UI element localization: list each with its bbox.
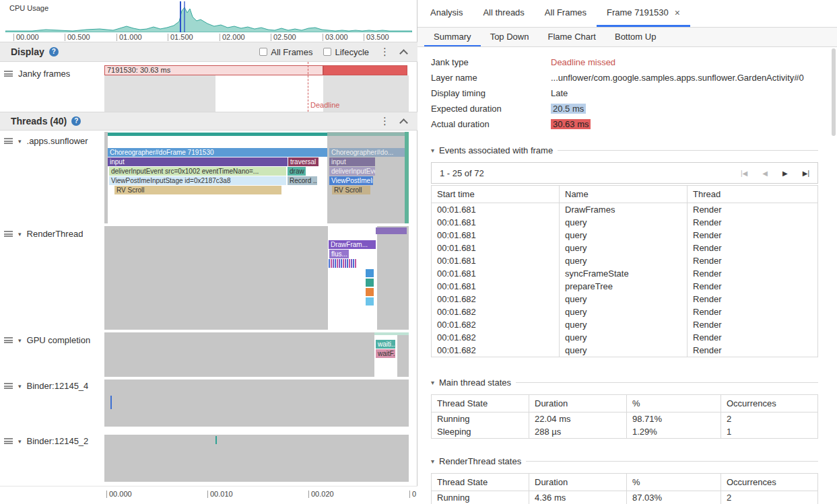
table-row[interactable]: 00:01.681queryRender xyxy=(432,216,818,229)
trace-event-dim-bar[interactable] xyxy=(376,227,407,234)
collapse-chevron-icon[interactable] xyxy=(399,49,408,58)
events-section-header[interactable]: ▾ Events associated with frame xyxy=(431,145,818,155)
last-page-icon[interactable]: ▶| xyxy=(803,170,809,177)
column-header[interactable]: Thread State xyxy=(432,474,529,491)
expand-arrow-icon[interactable]: ▾ xyxy=(18,337,22,344)
render-states-section-header[interactable]: ▾ RenderThread states xyxy=(431,456,818,466)
trace-micro-events[interactable] xyxy=(329,259,357,268)
trace-event-draw[interactable]: draw xyxy=(288,167,306,176)
table-row[interactable]: 00:01.682queryRender xyxy=(432,331,818,344)
column-header[interactable]: Start time xyxy=(432,186,560,203)
janky-frame-chip[interactable]: 7191530: 30.63 ms xyxy=(104,65,323,75)
trace-event-choreographer[interactable]: Choreographer#doFrame 7191530 xyxy=(108,148,327,157)
scrollbar-strip[interactable] xyxy=(405,132,409,223)
trace-event-square[interactable] xyxy=(366,297,374,305)
collapse-triangle-icon[interactable]: ▾ xyxy=(431,147,434,154)
trace-event-input-dim[interactable]: input xyxy=(329,157,375,166)
column-header[interactable]: % xyxy=(627,474,721,491)
tab-all-frames[interactable]: All Frames xyxy=(535,0,597,27)
collapse-chevron-icon[interactable] xyxy=(399,118,408,127)
subtab-bottom-up[interactable]: Bottom Up xyxy=(605,28,665,46)
thread-row-binder2[interactable]: ▾ Binder:12145_2 xyxy=(4,436,102,446)
drag-handle-icon[interactable] xyxy=(4,71,13,77)
trace-event-record[interactable]: Record ... xyxy=(288,176,317,185)
expand-arrow-icon[interactable]: ▾ xyxy=(18,231,22,238)
trace-event-rv-scroll[interactable]: RV Scroll xyxy=(114,186,281,194)
first-page-icon[interactable]: |◀ xyxy=(741,170,747,177)
drag-handle-icon[interactable] xyxy=(4,438,13,444)
selection-line[interactable] xyxy=(180,1,181,32)
prev-page-icon[interactable]: ◀ xyxy=(762,170,768,177)
tab-analysis[interactable]: Analysis xyxy=(420,0,473,27)
main-states-section-header[interactable]: ▾ Main thread states xyxy=(431,377,818,388)
trace-event-tick[interactable] xyxy=(215,436,217,444)
table-row[interactable]: Sleeping288 µs1.29%1 xyxy=(432,425,818,439)
checkbox-icon[interactable] xyxy=(259,48,267,56)
next-page-icon[interactable]: ▶ xyxy=(782,170,788,177)
subtab-summary[interactable]: Summary xyxy=(424,28,481,46)
collapse-triangle-icon[interactable]: ▾ xyxy=(431,379,434,386)
trace-event-traversal[interactable]: traversal xyxy=(288,157,319,166)
column-header[interactable]: % xyxy=(627,395,721,412)
column-header[interactable]: Thread xyxy=(688,186,818,203)
help-icon[interactable]: ? xyxy=(71,116,81,126)
trace-event-square[interactable] xyxy=(366,279,374,287)
trace-event-rv-scroll-dim[interactable]: RV Scroll xyxy=(332,186,370,194)
drag-handle-icon[interactable] xyxy=(4,138,13,144)
expand-arrow-icon[interactable]: ▾ xyxy=(18,138,22,145)
column-header[interactable]: Occurrences xyxy=(721,474,818,491)
selection-line[interactable] xyxy=(184,1,185,32)
table-row[interactable]: 00:01.681DrawFramesRender xyxy=(432,203,818,217)
trace-event-drawframes[interactable]: DrawFram... xyxy=(329,240,376,249)
trace-event-flush[interactable]: flus... xyxy=(329,250,349,258)
trace-event-input[interactable]: input xyxy=(108,157,288,166)
table-row[interactable]: Running4.36 ms87.03%2 xyxy=(432,491,818,504)
cpu-usage-chart[interactable] xyxy=(5,3,412,32)
panel-scrollbar[interactable] xyxy=(832,48,836,136)
lifecycle-checkbox[interactable]: Lifecycle xyxy=(323,47,369,57)
trace-event-waitfence[interactable]: waitF... xyxy=(376,349,395,358)
table-row[interactable]: 00:01.681syncFrameStateRender xyxy=(432,267,818,280)
table-row[interactable]: Running22.04 ms98.71%2 xyxy=(432,412,818,426)
expand-arrow-icon[interactable]: ▾ xyxy=(18,383,22,390)
trace-event-waiting[interactable]: waiti... xyxy=(376,340,395,349)
all-frames-checkbox[interactable]: All Frames xyxy=(259,47,312,57)
thread-row-renderthread[interactable]: ▾ RenderThread xyxy=(4,229,102,239)
display-section-header[interactable]: Display ? All Frames Lifecycle ⋮ xyxy=(0,42,417,62)
trace-event-deliver-input[interactable]: deliverInputEvent src=0x1002 eventTimeNa… xyxy=(109,167,286,176)
subtab-top-down[interactable]: Top Down xyxy=(481,28,539,46)
trace-event-square[interactable] xyxy=(366,288,374,296)
trace-event-choreographer-dim[interactable]: Choreographer#do... xyxy=(329,148,405,157)
thread-row-binder4[interactable]: ▾ Binder:12145_4 xyxy=(4,381,102,391)
table-row[interactable]: 00:01.682queryRender xyxy=(432,305,818,318)
thread-row-sunflower[interactable]: ▾ .apps.sunflower xyxy=(4,136,102,146)
column-header[interactable]: Duration xyxy=(529,395,627,412)
expand-arrow-icon[interactable]: ▾ xyxy=(18,438,22,445)
main-states-header[interactable]: Thread State Duration % Occurrences xyxy=(432,395,818,412)
checkbox-icon[interactable] xyxy=(323,48,331,56)
tab-frame[interactable]: Frame 7191530 × xyxy=(597,0,690,27)
table-row[interactable]: 00:01.681prepareTreeRender xyxy=(432,280,818,293)
drag-handle-icon[interactable] xyxy=(4,383,13,389)
trace-event-deliver-dim[interactable]: deliverInputEven... xyxy=(329,167,375,176)
column-header[interactable]: Thread State xyxy=(432,395,529,412)
threads-section-header[interactable]: Threads (40) ? ⋮ xyxy=(0,112,417,131)
table-row[interactable]: 00:01.681queryRender xyxy=(432,242,818,254)
close-tab-icon[interactable]: × xyxy=(675,7,680,18)
column-header[interactable]: Name xyxy=(560,186,688,203)
tab-all-threads[interactable]: All threads xyxy=(473,0,534,27)
table-row[interactable]: 00:01.682queryRender xyxy=(432,344,818,357)
drag-handle-icon[interactable] xyxy=(4,231,13,237)
help-icon[interactable]: ? xyxy=(49,47,59,57)
trace-event-viewpost-dim[interactable]: ViewPostImeInp... xyxy=(329,176,373,185)
column-header[interactable]: Occurrences xyxy=(721,395,818,412)
render-states-header[interactable]: Thread State Duration % Occurrences xyxy=(432,474,818,491)
collapse-triangle-icon[interactable]: ▾ xyxy=(431,458,434,465)
subtab-flame-chart[interactable]: Flame Chart xyxy=(538,28,605,46)
trace-event-square[interactable] xyxy=(366,269,374,277)
table-row[interactable]: 00:01.682queryRender xyxy=(432,318,818,331)
table-row[interactable]: 00:01.682queryRender xyxy=(432,293,818,305)
table-row[interactable]: 00:01.681queryRender xyxy=(432,254,818,267)
thread-row-gpu[interactable]: ▾ GPU completion xyxy=(4,335,102,345)
table-row[interactable]: 00:01.681queryRender xyxy=(432,229,818,242)
